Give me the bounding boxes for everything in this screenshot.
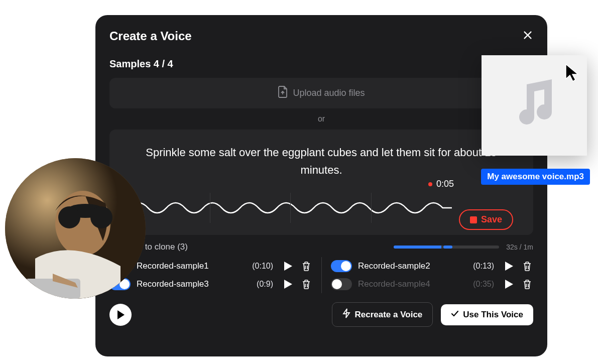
modal-header: Create a Voice (109, 29, 533, 43)
stop-icon (470, 216, 477, 223)
use-voice-button[interactable]: Use This Voice (441, 304, 533, 325)
upload-label: Upload audio files (293, 88, 365, 98)
sample-name: Recorded-sample3 (137, 279, 251, 289)
sample-duration: (0:10) (252, 262, 273, 271)
play-icon[interactable] (503, 260, 515, 272)
trash-icon[interactable] (521, 260, 533, 272)
prompt-text: Sprinkle some salt over the eggplant cub… (130, 144, 513, 179)
play-icon[interactable] (282, 260, 294, 272)
sample-enable-toggle[interactable] (331, 260, 352, 272)
trash-icon[interactable] (300, 260, 312, 272)
sample-item: Recorded-sample4 (0:35) (321, 275, 533, 293)
samples-list: Recorded-sample1 (0:10) Recorded-sample2… (109, 257, 533, 293)
sample-enable-toggle[interactable] (331, 278, 352, 290)
reading-prompt-box: Sprinkle some salt over the eggplant cub… (109, 130, 533, 235)
trash-icon[interactable] (300, 278, 312, 290)
or-divider: or (109, 114, 533, 124)
sample-item: Recorded-sample2 (0:13) (321, 257, 533, 275)
save-recording-button[interactable]: Save (459, 209, 513, 230)
create-voice-modal: Create a Voice Samples 4 / 4 Upload audi… (95, 15, 547, 356)
dragged-file-name: My awesome voice.mp3 (481, 169, 590, 185)
sample-duration: (0:9) (257, 280, 273, 289)
recording-indicator-icon (428, 182, 432, 186)
recreate-voice-button[interactable]: Recreate a Voice (332, 302, 433, 327)
close-icon[interactable] (522, 30, 533, 43)
play-icon[interactable] (503, 278, 515, 290)
sample-duration: (0:35) (473, 280, 494, 289)
samples-counter: Samples 4 / 4 (109, 58, 533, 70)
duration-progress-bar (394, 246, 499, 249)
svg-point-6 (90, 206, 112, 228)
upload-audio-button[interactable]: Upload audio files (109, 78, 533, 108)
trash-icon[interactable] (521, 278, 533, 290)
preview-play-button[interactable] (109, 304, 132, 326)
play-icon[interactable] (282, 278, 294, 290)
check-icon (451, 310, 459, 320)
clone-header: Samples to clone (3) 32s / 1m (109, 242, 533, 252)
duration-progress-text: 32s / 1m (506, 243, 533, 251)
recording-timer: 0:05 (428, 179, 454, 189)
lightning-icon (342, 308, 350, 321)
sample-item: Recorded-sample3 (0:9) (109, 275, 321, 293)
sample-name: Recorded-sample4 (358, 279, 467, 289)
sample-name: Recorded-sample2 (358, 261, 467, 271)
sample-item: Recorded-sample1 (0:10) (109, 257, 321, 275)
user-avatar (5, 158, 146, 299)
svg-point-5 (58, 206, 80, 228)
file-upload-icon (278, 86, 288, 100)
waveform: 0:05 (130, 193, 452, 223)
sample-duration: (0:13) (473, 262, 494, 271)
sample-name: Recorded-sample1 (137, 261, 246, 271)
music-note-icon (512, 79, 557, 132)
modal-footer: Recreate a Voice Use This Voice (109, 302, 533, 327)
cursor-icon (564, 63, 580, 85)
modal-title: Create a Voice (109, 29, 192, 43)
